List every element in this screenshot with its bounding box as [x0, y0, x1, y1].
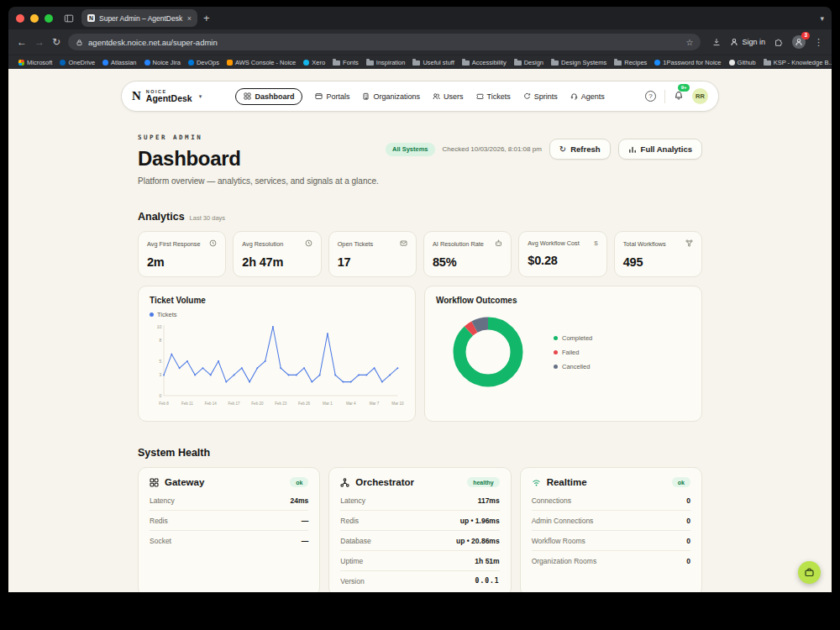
chevron-down-icon: ▾ [199, 93, 202, 100]
bookmark-item[interactable]: Design Systems [551, 59, 606, 66]
nav-item-dashboard[interactable]: Dashboard [235, 88, 302, 105]
bookmark-item[interactable]: Useful stuff [412, 59, 454, 66]
bookmark-item[interactable]: Noice Jira [144, 59, 181, 66]
atlassian-icon [102, 60, 108, 66]
browser-tab[interactable]: N Super Admin – AgentDesk × [81, 9, 197, 27]
bookmark-star-icon[interactable]: ☆ [686, 38, 694, 47]
health-cards: Gateway ok Latency24ms Redis— Socket— Or… [138, 467, 702, 592]
folder-icon [764, 60, 771, 66]
stat-card-total-workflows[interactable]: Total Workflows 495 [614, 231, 702, 277]
extensions-puzzle-icon[interactable] [774, 37, 784, 47]
svg-text:Feb 26: Feb 26 [298, 402, 310, 406]
legend-dot [554, 336, 558, 340]
browser-menu-icon[interactable]: ⋮ [814, 37, 823, 48]
tab-favicon: N [87, 14, 95, 22]
user-avatar[interactable]: RR [692, 88, 708, 104]
folder-icon [514, 60, 522, 66]
page-subtitle: Platform overview — analytics, services,… [138, 176, 379, 186]
clock-icon [209, 239, 217, 249]
full-analytics-button[interactable]: Full Analytics [618, 139, 702, 160]
stat-card-avg-workflow-cost[interactable]: Avg Workflow Cost $ $0.28 [518, 231, 606, 277]
bookmark-item[interactable]: Recipes [614, 59, 647, 66]
headset-icon [570, 92, 578, 100]
window-controls [16, 14, 53, 23]
legend-dot [150, 312, 154, 317]
new-tab-button[interactable]: + [203, 12, 210, 24]
help-icon[interactable]: ? [645, 91, 656, 102]
minimize-window-button[interactable] [30, 14, 39, 23]
nav-item-agents[interactable]: Agents [570, 92, 605, 101]
analytics-subtitle: Last 30 days [190, 214, 226, 222]
nav-item-sprints[interactable]: Sprints [523, 92, 558, 101]
bookmark-item[interactable]: 1Password for Noice [654, 59, 721, 66]
svg-text:Mar 7: Mar 7 [370, 402, 380, 406]
stat-card-open-tickets[interactable]: Open Tickets 17 [328, 231, 417, 277]
address-bar[interactable]: agentdesk.noice.net.au/super-admin ☆ [68, 34, 701, 50]
zoom-window-button[interactable] [45, 14, 53, 23]
wifi-icon [532, 478, 541, 487]
download-icon[interactable] [711, 37, 722, 47]
bookmark-item[interactable]: Accessibility [462, 59, 507, 66]
bookmark-item[interactable]: Inspiration [366, 59, 406, 66]
person-icon [730, 38, 738, 46]
jira-icon [144, 60, 150, 66]
person-icon [795, 38, 803, 46]
bookmark-item[interactable]: Design [514, 59, 543, 66]
stat-card-ai-resolution-rate[interactable]: AI Resolution Rate 85% [423, 231, 512, 277]
brand[interactable]: N NOICE AgentDesk ▾ [132, 89, 202, 104]
sign-in-button[interactable]: Sign in [730, 38, 765, 46]
nav-item-portals[interactable]: Portals [315, 92, 349, 101]
bell-icon [674, 91, 684, 101]
bookmark-item[interactable]: Github [729, 59, 756, 66]
folder-icon [462, 60, 470, 66]
bookmark-item[interactable]: Atlassian [102, 59, 136, 66]
forward-button[interactable]: → [34, 36, 45, 48]
bookmark-item[interactable]: Fonts [333, 59, 359, 66]
tab-close-icon[interactable]: × [187, 14, 192, 23]
donut-legend: Completed Failed Cancelled [554, 334, 592, 370]
bookmark-item[interactable]: Microsoft [18, 59, 52, 66]
close-window-button[interactable] [16, 14, 24, 23]
aws-icon [227, 60, 233, 66]
nav-item-tickets[interactable]: Tickets [476, 92, 511, 101]
bookmark-item[interactable]: Xero [303, 59, 325, 66]
sidebar-toggle-icon[interactable] [62, 12, 76, 25]
svg-text:Feb 14: Feb 14 [205, 402, 217, 406]
profile-avatar[interactable]: 3 [792, 35, 806, 49]
bar-chart-icon [628, 145, 637, 154]
bookmark-item[interactable]: AWS Console - Noice [227, 59, 296, 66]
nav-items: Dashboard Portals Organizations Users [235, 88, 604, 105]
mail-icon [400, 239, 407, 249]
eyebrow-label: SUPER ADMIN [138, 134, 379, 141]
bot-icon [495, 239, 502, 249]
dollar-icon: $ [594, 240, 597, 247]
nav-item-organizations[interactable]: Organizations [362, 92, 420, 101]
orchestrator-card: Orchestrator healthy Latency117ms Redisu… [328, 467, 511, 592]
reload-button[interactable]: ↻ [52, 36, 60, 48]
building-icon [362, 92, 370, 100]
toolbar-actions: Sign in 3 ⋮ [711, 35, 823, 49]
refresh-button[interactable]: ↻ Refresh [549, 139, 611, 160]
system-health-section-head: System Health [138, 447, 702, 459]
briefcase-icon [804, 567, 815, 578]
fab-widget-button[interactable] [798, 561, 821, 584]
stat-card-avg-resolution[interactable]: Avg Resolution 2h 47m [233, 231, 321, 277]
page-content: N NOICE AgentDesk ▾ Dashboard Portals [8, 69, 832, 592]
notifications-button[interactable]: 9+ [674, 89, 684, 104]
github-icon [729, 60, 735, 66]
nav-item-users[interactable]: Users [433, 92, 464, 101]
ticket-volume-card: Ticket Volume Tickets 035810Feb 8Feb 11F… [138, 286, 416, 422]
header-actions: All Systems Checked 10/03/2026, 8:01:08 … [386, 139, 702, 160]
tab-search-icon[interactable]: ▾ [820, 14, 824, 23]
status-badge: All Systems [386, 143, 435, 156]
checked-timestamp: Checked 10/03/2026, 8:01:08 pm [443, 145, 542, 153]
back-button[interactable]: ← [17, 36, 27, 48]
lock-icon [76, 39, 83, 46]
bookmark-item[interactable]: KSP - Knowledge B... [764, 59, 832, 66]
sprint-cycle-icon [523, 92, 531, 100]
stat-card-avg-first-response[interactable]: Avg First Response 2m [138, 231, 226, 277]
bookmark-item[interactable]: OneDrive [60, 59, 95, 66]
microsoft-icon [18, 60, 24, 66]
bookmark-item[interactable]: DevOps [188, 59, 219, 66]
clock-icon [305, 239, 312, 249]
